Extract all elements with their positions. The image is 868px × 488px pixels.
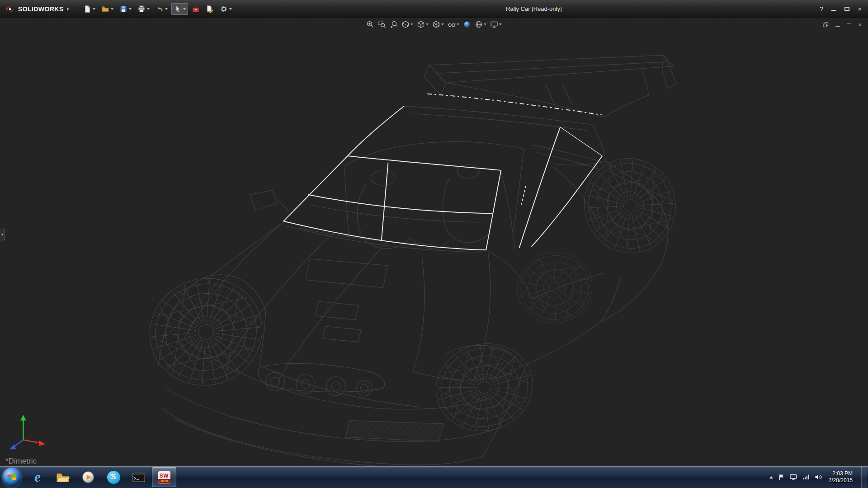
taskbar-solidworks[interactable]: SW 2015	[152, 467, 176, 487]
graphics-area[interactable]: ×	[0, 18, 868, 466]
close-button[interactable]: ×	[858, 5, 862, 12]
undo-arrow-icon	[156, 5, 164, 13]
solidworks-year-badge: 2015	[158, 479, 170, 483]
options-button[interactable]	[217, 3, 234, 15]
previous-view-button[interactable]	[390, 20, 398, 28]
dropdown-caret-icon[interactable]	[165, 8, 168, 10]
document-window-controls: ×	[823, 22, 862, 28]
undo-button[interactable]	[153, 3, 170, 15]
previous-view-icon	[390, 20, 398, 28]
options-gear-icon	[220, 5, 228, 13]
print-icon	[137, 5, 146, 13]
taskbar-windows-explorer[interactable]	[51, 467, 75, 487]
apply-scene-button[interactable]	[475, 20, 486, 28]
open-folder-icon	[101, 5, 109, 13]
taskbar-internet-explorer[interactable]: e	[25, 467, 50, 487]
action-center-flag-icon[interactable]	[778, 474, 784, 481]
save-button[interactable]	[117, 3, 134, 15]
dropdown-caret-icon[interactable]	[441, 23, 444, 25]
window-title: Rally Car [Read-only]	[506, 5, 562, 12]
document-close-button[interactable]: ×	[858, 22, 862, 28]
taskbar-command-prompt[interactable]	[127, 467, 151, 487]
volume-icon[interactable]	[815, 474, 822, 480]
appearance-sphere-icon	[463, 20, 471, 28]
taskbar-media-player[interactable]	[76, 467, 100, 487]
view-orientation-label: *Dimetric	[5, 457, 37, 466]
dropdown-caret-icon[interactable]	[93, 8, 95, 10]
car-wheels	[136, 145, 689, 441]
dropdown-caret-icon[interactable]	[147, 8, 150, 10]
display-tray-icon[interactable]	[790, 474, 797, 480]
view-settings-button[interactable]	[490, 20, 502, 28]
taskbar-skype[interactable]: S	[101, 467, 126, 487]
zoom-to-area-button[interactable]	[378, 20, 386, 28]
windows-taskbar: e S S	[0, 466, 868, 488]
open-button[interactable]	[99, 3, 116, 15]
document-restore-button[interactable]	[847, 23, 851, 27]
brand-text: SOLIDWORKS	[18, 5, 63, 13]
solidworks-logo-icon	[5, 5, 15, 13]
wireframe-rally-car-model[interactable]	[0, 18, 868, 466]
solidworks-app-icon: SW 2015	[158, 471, 170, 483]
windows-flag-icon	[7, 474, 16, 481]
toolbox-button[interactable]	[189, 3, 202, 15]
section-view-button[interactable]	[401, 20, 413, 28]
help-button[interactable]: ?	[820, 5, 823, 12]
x-axis	[23, 440, 41, 443]
reference-triad[interactable]	[9, 415, 46, 449]
show-hidden-icons-button[interactable]	[769, 476, 773, 479]
dropdown-caret-icon[interactable]	[129, 8, 132, 10]
y-axis-arrow	[20, 415, 26, 420]
edit-appearance-button[interactable]	[463, 20, 471, 28]
maximize-button[interactable]	[844, 7, 849, 11]
menu-expand-icon[interactable]	[67, 7, 69, 11]
view-orientation-cube-icon	[417, 20, 425, 28]
zoom-to-fit-button[interactable]	[366, 20, 374, 28]
file-properties-icon	[206, 5, 214, 13]
clock-date: 7/28/2015	[829, 477, 853, 484]
skype-icon: S	[107, 471, 120, 484]
display-style-icon	[432, 20, 440, 28]
internet-explorer-icon: e	[34, 469, 41, 485]
main-toolbar	[81, 3, 234, 15]
media-player-icon	[82, 471, 94, 483]
dropdown-caret-icon[interactable]	[457, 23, 459, 25]
start-button[interactable]	[2, 468, 21, 487]
scene-globe-icon	[475, 20, 483, 28]
heads-up-view-toolbar	[366, 20, 502, 28]
network-tray-icon[interactable]	[802, 474, 809, 480]
select-tool-button[interactable]	[171, 3, 188, 15]
display-style-button[interactable]	[432, 20, 444, 28]
view-orientation-button[interactable]	[417, 20, 429, 28]
zoom-to-fit-icon	[366, 20, 374, 28]
file-properties-button[interactable]	[203, 3, 216, 15]
z-axis-arrow	[9, 444, 16, 449]
dropdown-caret-icon[interactable]	[484, 23, 486, 25]
section-view-icon	[401, 20, 410, 28]
car-body-lines	[158, 55, 676, 466]
new-document-button[interactable]	[81, 3, 98, 15]
taskbar-clock[interactable]: 2:03 PM 7/28/2015	[828, 470, 855, 484]
dropdown-caret-icon[interactable]	[426, 23, 429, 25]
dropdown-caret-icon[interactable]	[499, 23, 502, 25]
chevron-left-icon	[1, 233, 3, 236]
dropdown-caret-icon[interactable]	[183, 8, 186, 10]
minimize-button[interactable]	[831, 10, 836, 11]
command-prompt-icon	[132, 473, 145, 482]
solidworks-logo: SOLIDWORKS	[0, 5, 74, 13]
new-document-icon	[83, 5, 91, 13]
dropdown-caret-icon[interactable]	[410, 23, 413, 25]
solidworks-letters: SW	[160, 473, 169, 479]
save-floppy-icon	[119, 5, 127, 13]
print-button[interactable]	[135, 3, 152, 15]
dropdown-caret-icon[interactable]	[111, 8, 113, 10]
new-window-button[interactable]	[823, 22, 829, 28]
zoom-to-area-icon	[378, 20, 386, 28]
x-axis-arrow	[39, 441, 46, 446]
dropdown-caret-icon[interactable]	[229, 8, 232, 10]
panel-collapse-handle[interactable]	[0, 229, 5, 240]
clock-time: 2:03 PM	[829, 470, 853, 477]
show-desktop-button[interactable]	[861, 466, 867, 488]
document-minimize-button[interactable]	[835, 26, 840, 27]
hide-show-items-button[interactable]	[448, 20, 459, 28]
